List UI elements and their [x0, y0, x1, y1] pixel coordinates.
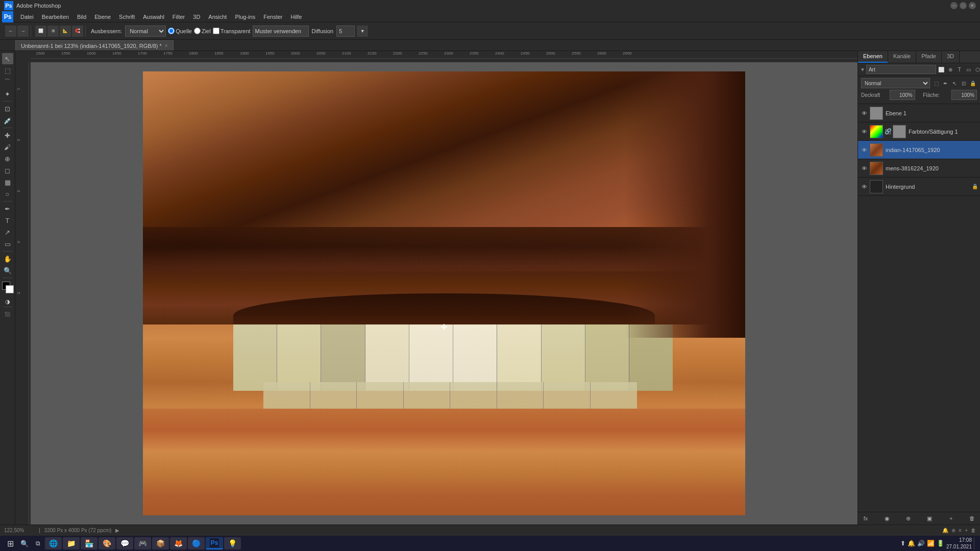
add-mask-button[interactable]: ◉	[883, 514, 892, 523]
taskbar-item-firefox[interactable]: 🦊	[170, 537, 187, 549]
quick-mask-button[interactable]: ◑	[5, 298, 10, 305]
shape-tool[interactable]: ▭	[2, 238, 13, 249]
tab-pfade[interactable]: Pfade	[916, 51, 942, 63]
menu-filter[interactable]: Filter	[168, 13, 189, 21]
fx-button[interactable]: fx	[861, 514, 870, 523]
diffusion-input[interactable]: 5	[336, 26, 355, 37]
zoom-fit-button[interactable]: ⬜	[35, 26, 46, 37]
tray-icon-4[interactable]: 📶	[927, 540, 935, 547]
tray-icon-5[interactable]: 🔋	[937, 540, 944, 547]
new-group-button[interactable]: ▣	[925, 514, 934, 523]
tray-icon-2[interactable]: 🔔	[908, 540, 915, 547]
doc-tab-close[interactable]: ×	[165, 43, 168, 48]
opacity-input[interactable]: 100%	[890, 90, 915, 100]
taskbar-item-app1[interactable]: 🎨	[99, 537, 115, 549]
taskbar-item-store[interactable]: 🏪	[81, 537, 97, 549]
status-icon-3[interactable]: ≡	[959, 528, 962, 533]
screen-mode-button[interactable]: ⬛	[2, 309, 13, 320]
canvas-area[interactable]	[31, 62, 857, 524]
text-tool[interactable]: T	[2, 215, 13, 226]
menu-ebene[interactable]: Ebene	[90, 13, 115, 21]
visibility-toggle-ebene1[interactable]: 👁	[860, 109, 868, 117]
menu-fenster[interactable]: Fenster	[259, 13, 286, 21]
transparent-checkbox[interactable]	[213, 28, 219, 34]
menu-datei[interactable]: Datei	[16, 13, 38, 21]
smart-filter-icon[interactable]: ⬡	[974, 65, 980, 73]
layer-item-indian[interactable]: 👁 indian-1417065_1920	[858, 141, 980, 159]
crop-tool[interactable]: ⊡	[2, 103, 13, 114]
taskbar-item-ie[interactable]: 🌐	[45, 537, 62, 549]
eraser-tool[interactable]: ◻	[2, 165, 13, 176]
menu-auswahl[interactable]: Auswahl	[139, 13, 168, 21]
taskbar-item-chrome[interactable]: 🔵	[188, 537, 205, 549]
status-icon-4[interactable]: +	[965, 528, 968, 533]
menu-bild[interactable]: Bild	[73, 13, 90, 21]
tab-kanaele[interactable]: Kanäle	[888, 51, 916, 63]
layer-search-input[interactable]: Art	[866, 65, 936, 74]
start-button[interactable]: ⊞	[3, 537, 17, 549]
minimize-button[interactable]: ─	[950, 2, 958, 9]
pattern-input[interactable]: Muster verwenden	[253, 26, 309, 37]
show-desktop-button[interactable]	[974, 537, 977, 549]
taskbar-item-photoshop[interactable]: Ps	[206, 537, 223, 549]
hand-tool[interactable]: ✋	[2, 253, 13, 264]
dodge-tool[interactable]: ○	[2, 188, 13, 199]
taskview-button[interactable]: ⧉	[32, 537, 44, 549]
taskbar-item-app4[interactable]: 📦	[152, 537, 169, 549]
lock-position-icon[interactable]: ↖	[950, 79, 959, 87]
brush-tool[interactable]: 🖌	[2, 141, 13, 153]
search-taskbar[interactable]: 🔍	[18, 537, 31, 549]
text-filter-icon[interactable]: T	[955, 65, 964, 73]
menu-ansicht[interactable]: Ansicht	[204, 13, 231, 21]
visibility-toggle-indian[interactable]: 👁	[860, 146, 868, 154]
blend-mode-select[interactable]: Normal	[861, 78, 930, 88]
delete-layer-button[interactable]: 🗑	[968, 514, 977, 523]
status-icon-5[interactable]: 🗑	[971, 528, 976, 533]
path-tool[interactable]: ↗	[2, 227, 13, 238]
close-button[interactable]: ✕	[969, 2, 976, 9]
move-tool[interactable]: ↖	[2, 53, 13, 64]
tab-ebenen[interactable]: Ebenen	[858, 51, 888, 63]
taskbar-item-app3[interactable]: 🎮	[134, 537, 151, 549]
adjustment-filter-icon[interactable]: ⊕	[946, 65, 954, 73]
layer-item-mens[interactable]: 👁 mens-3816224_1920	[858, 159, 980, 178]
clone-tool[interactable]: ⊕	[2, 153, 13, 164]
visibility-toggle-mens[interactable]: 👁	[860, 164, 868, 172]
lock-all-icon[interactable]: 🔒	[969, 79, 977, 87]
maximize-button[interactable]: □	[960, 2, 967, 9]
status-icon-2[interactable]: ⊕	[951, 528, 955, 533]
snap-button[interactable]: 🧲	[72, 26, 83, 37]
target-radio[interactable]	[194, 28, 201, 34]
lock-transparent-icon[interactable]: ⬚	[932, 79, 940, 87]
menu-schrift[interactable]: Schrift	[115, 13, 139, 21]
layer-item-huesat[interactable]: 👁 🔗 Farbton/Sättigung 1	[858, 122, 980, 141]
taskbar-item-files[interactable]: 📁	[63, 537, 80, 549]
eyedropper-tool[interactable]: 💉	[2, 115, 13, 126]
visibility-toggle-bg[interactable]: 👁	[860, 183, 868, 191]
zoom-tool[interactable]: 🔍	[2, 265, 13, 276]
shape-filter-icon[interactable]: ▭	[965, 65, 973, 73]
undo-button[interactable]: ←	[5, 26, 16, 37]
fill-input[interactable]: 100%	[951, 90, 977, 100]
lock-pixels-icon[interactable]: ✒	[941, 79, 949, 87]
layer-item-ebene1[interactable]: 👁 Ebene 1	[858, 104, 980, 122]
grid-button[interactable]: ⊞	[47, 26, 59, 37]
pen-tool[interactable]: ✒	[2, 203, 13, 214]
ruler-button[interactable]: 📐	[60, 26, 71, 37]
source-radio[interactable]	[168, 28, 175, 34]
add-adjustment-button[interactable]: ⊕	[904, 514, 913, 523]
redo-button[interactable]: →	[17, 26, 29, 37]
visibility-toggle-huesat[interactable]: 👁	[860, 128, 868, 136]
lasso-tool[interactable]: ⌒	[2, 77, 13, 88]
menu-plugins[interactable]: Plug-ins	[231, 13, 259, 21]
mode-select[interactable]: Normal	[125, 26, 166, 37]
doc-tab-main[interactable]: Unbenannt-1 bei 123% (indian-1417065_192…	[15, 40, 174, 51]
menu-3d[interactable]: 3D	[189, 13, 204, 21]
lock-artboard-icon[interactable]: ⊡	[960, 79, 968, 87]
menu-hilfe[interactable]: Hilfe	[286, 13, 306, 21]
background-color[interactable]	[6, 285, 14, 293]
menu-bearbeiten[interactable]: Bearbeiten	[38, 13, 73, 21]
tray-icon-1[interactable]: ⬆	[900, 540, 905, 547]
taskbar-item-app2[interactable]: 💬	[116, 537, 133, 549]
tray-icon-3[interactable]: 🔊	[917, 540, 925, 547]
